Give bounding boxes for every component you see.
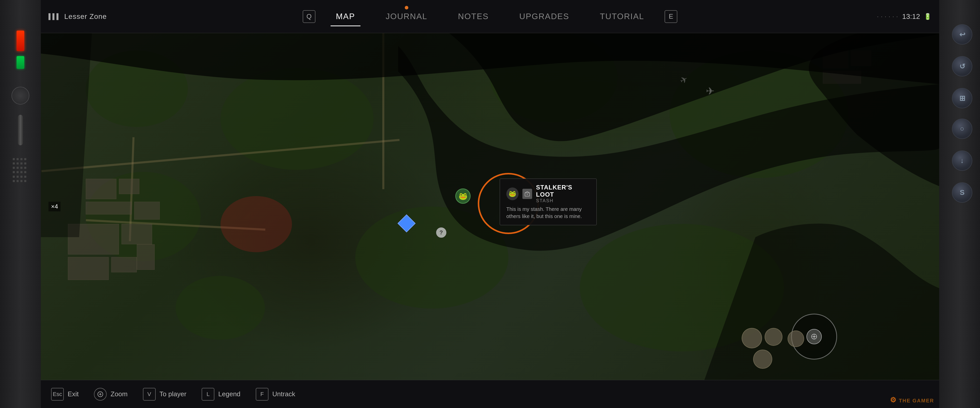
terrain-road	[382, 33, 384, 189]
zoom-label: Zoom	[110, 390, 127, 398]
dots-icon: · · · · · ·	[877, 14, 898, 19]
right-panel: ↩ ↺ ⊞ ○ ↓ S	[939, 0, 980, 408]
svg-point-5	[813, 336, 815, 337]
untrack-button[interactable]: F Untrack	[256, 388, 295, 401]
map-icon-quest[interactable]	[400, 217, 413, 230]
zone-label: Lesser Zone	[64, 13, 107, 21]
tooltip-title: STALKER'S LOOT	[536, 184, 590, 198]
tab-tutorial[interactable]: Tutorial	[584, 8, 659, 25]
building-complex	[86, 179, 157, 230]
aircraft-marker: ✈	[706, 85, 714, 97]
untrack-label: Untrack	[272, 390, 295, 398]
f-keybind: F	[256, 388, 269, 401]
top-bar-right: · · · · · · 13:12 🔋	[877, 13, 932, 21]
map-container[interactable]: ×4 🐸 🐸	[41, 33, 939, 380]
tooltip-title-block: STALKER'S LOOT STASH	[536, 184, 590, 203]
tooltip-character-icon: 🐸	[506, 187, 519, 200]
exit-label: Exit	[68, 390, 79, 398]
right-button-3[interactable]: ⊞	[952, 88, 972, 108]
terrain-forest	[490, 33, 617, 122]
zoom-indicator: ×4	[48, 202, 60, 211]
indicator-green	[17, 56, 24, 69]
battery-icon: 🔋	[924, 13, 932, 20]
bottom-bar: Esc Exit Zoom V To player	[41, 380, 939, 408]
player-marker: 🐸	[455, 189, 471, 204]
tab-map[interactable]: Map	[321, 8, 370, 25]
right-button-1[interactable]: ↩	[952, 24, 972, 44]
main-area: ▌▌▌ Lesser Zone Q Map Journal Notes Upgr…	[41, 0, 939, 408]
esc-keybind: Esc	[51, 388, 64, 401]
legend-label: Legend	[218, 390, 240, 398]
terrain-forest	[176, 276, 265, 340]
top-bar: ▌▌▌ Lesser Zone Q Map Journal Notes Upgr…	[41, 0, 939, 33]
keybind-q[interactable]: Q	[303, 10, 315, 23]
zoom-button[interactable]: Zoom	[94, 388, 127, 401]
nav-tabs: Q Map Journal Notes Upgrades Tutorial	[298, 8, 682, 25]
terrain-forest	[670, 51, 848, 178]
tooltip-description: This is my stash. There are many others …	[506, 206, 590, 220]
right-button-2[interactable]: ↺	[952, 56, 972, 76]
left-grid	[13, 158, 28, 184]
question-icon: ?	[436, 227, 446, 238]
signal-icon: ▌▌▌	[48, 13, 60, 20]
left-panel	[0, 0, 41, 408]
svg-point-1	[527, 194, 528, 195]
v-keybind: V	[143, 388, 156, 401]
clock: 13:12	[902, 13, 920, 21]
to-player-button[interactable]: V To player	[143, 388, 186, 401]
exit-button[interactable]: Esc Exit	[51, 388, 79, 401]
journal-notification-dot	[405, 6, 408, 10]
l-keybind: L	[202, 388, 215, 401]
right-button-5[interactable]: ↓	[952, 151, 972, 171]
compass-center	[807, 329, 822, 344]
map-icon-unknown[interactable]: ?	[436, 227, 446, 238]
right-btn-group-bottom: ○ ↓ S	[952, 115, 972, 206]
keybind-e[interactable]: E	[665, 10, 677, 23]
map-background: ×4 🐸 🐸	[41, 33, 939, 380]
building-complex-2	[68, 224, 155, 295]
anomaly-zone	[221, 196, 292, 252]
left-circle-button[interactable]	[11, 87, 29, 105]
tab-notes[interactable]: Notes	[443, 8, 504, 25]
tooltip-subtitle: STASH	[536, 198, 590, 203]
map-tooltip: 🐸 STALKER'S LOOT STASH This is m	[500, 178, 597, 225]
watermark: ⚙ THE GAMER	[890, 396, 934, 404]
right-btn-group-top: ↩ ↺ ⊞	[952, 21, 972, 112]
right-button-6[interactable]: S	[952, 182, 972, 203]
tab-journal[interactable]: Journal	[370, 8, 442, 25]
tooltip-header: 🐸 STALKER'S LOOT STASH	[506, 184, 590, 203]
zoom-icon	[94, 388, 107, 401]
indicator-red	[17, 30, 24, 51]
top-bar-left: ▌▌▌ Lesser Zone	[48, 13, 107, 21]
diamond-icon	[398, 214, 416, 232]
tooltip-stash-icon	[522, 189, 532, 199]
terrain-forest	[86, 51, 188, 127]
building-right	[823, 51, 894, 102]
tab-upgrades[interactable]: Upgrades	[504, 8, 585, 25]
legend-button[interactable]: L Legend	[202, 388, 240, 401]
to-player-label: To player	[159, 390, 186, 398]
left-knob	[18, 115, 23, 145]
right-button-4[interactable]: ○	[952, 119, 972, 139]
